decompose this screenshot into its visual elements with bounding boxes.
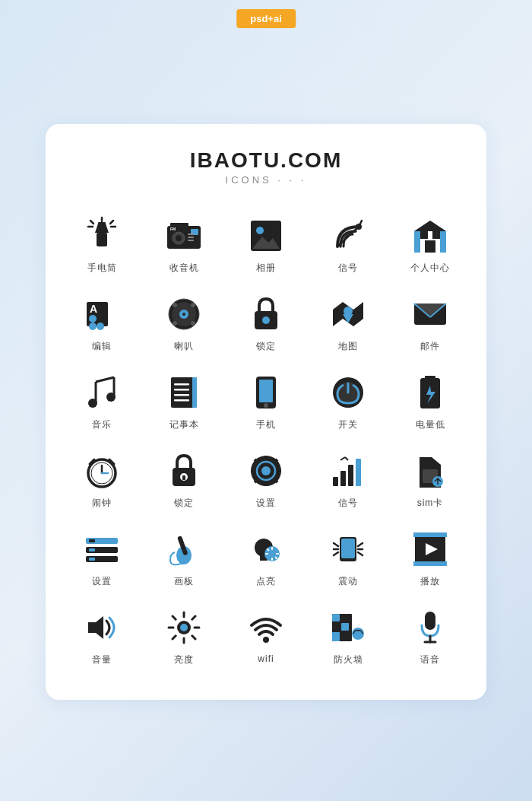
svg-point-39 [173,303,177,307]
wifi-label: wifi [258,653,274,664]
icon-item-signal-dish: 信号 [307,207,389,281]
svg-rect-0 [97,233,107,246]
radio-label: 收音机 [169,262,199,275]
svg-line-119 [334,543,338,546]
svg-rect-118 [341,539,355,558]
icon-grid: 手电筒FM收音机相册信号个人中心A编辑喇叭锁定地图邮件音乐记事本手机开关电量低闹… [61,207,471,672]
personal-center-icon [410,216,450,256]
svg-point-55 [88,399,97,408]
svg-point-42 [191,321,195,326]
radio-icon: FM [164,216,204,256]
lock2-label: 锁定 [174,497,194,510]
svg-line-122 [358,543,363,546]
alarm-icon [82,451,122,491]
card-subtitle: ICONS · · · [61,174,471,186]
svg-rect-14 [188,237,194,238]
svg-point-18 [256,227,264,234]
svg-rect-103 [89,548,95,551]
svg-point-65 [264,403,268,408]
svg-marker-29 [414,221,446,231]
notepad-label: 记事本 [169,418,199,431]
icon-item-firewall: 防火墙 [307,599,389,672]
settings-label: 设置 [256,497,276,510]
main-card: IBAOTU.COM ICONS · · · 手电筒FM收音机相册信号个人中心A… [46,124,486,700]
lightbulb-icon [246,529,286,569]
icon-item-music: 音乐 [61,364,143,437]
svg-line-136 [192,616,195,619]
brightness-icon [164,608,204,647]
svg-line-3 [90,221,93,224]
power-icon [328,373,368,412]
svg-rect-28 [432,231,440,239]
music-icon [82,373,122,412]
map-label: 地图 [338,340,358,353]
svg-rect-102 [89,539,95,542]
signal-bars-icon [328,451,368,491]
notepad-icon [164,373,204,412]
svg-text:A: A [90,303,97,315]
battery-low-icon [410,373,450,412]
svg-rect-127 [413,561,447,566]
battery-low-label: 电量低 [416,418,445,431]
svg-line-115 [268,549,268,550]
svg-point-33 [89,315,97,323]
icon-item-album: 相册 [225,207,307,281]
svg-rect-60 [174,389,189,391]
paint-label: 画板 [174,575,194,588]
lock1-label: 锁定 [256,340,276,353]
phone-icon [246,373,286,412]
album-icon [246,216,286,256]
svg-line-124 [358,552,363,555]
icon-item-radio: FM收音机 [143,207,225,281]
icon-item-lock2: 锁定 [143,442,225,516]
svg-marker-129 [88,616,103,639]
svg-point-12 [176,235,182,241]
personal-center-label: 个人中心 [410,262,450,275]
icon-item-power: 开关 [307,364,389,437]
signal-bars-label: 信号 [338,497,358,510]
svg-line-88 [274,479,277,482]
icon-item-simcard: sim卡 [389,442,471,516]
icon-item-notepad: 记事本 [143,364,225,437]
icon-item-lock1: 锁定 [225,285,307,359]
power-label: 开关 [338,418,358,431]
svg-line-135 [173,616,176,619]
svg-rect-2 [98,222,106,225]
album-label: 相册 [256,262,276,275]
svg-rect-93 [348,465,353,486]
svg-rect-149 [425,612,435,630]
voice-label: 语音 [420,653,440,666]
mail-label: 邮件 [420,340,440,353]
svg-point-40 [191,303,195,307]
svg-rect-26 [425,240,435,253]
svg-point-56 [106,393,116,402]
svg-rect-94 [356,459,361,486]
firewall-label: 防火墙 [334,653,363,666]
voice-icon [410,608,450,647]
svg-point-38 [182,313,185,316]
phone-label: 手机 [256,418,276,431]
svg-rect-104 [89,558,95,561]
svg-rect-15 [188,240,194,241]
icon-item-brightness: 亮度 [143,599,225,672]
icon-item-paint: 画板 [143,520,225,594]
icon-item-speaker: 喇叭 [143,285,225,359]
svg-line-116 [276,558,277,558]
signal-dish-icon [328,216,368,256]
icon-item-settings: 设置 [225,442,307,516]
wifi-icon [246,608,286,647]
svg-rect-142 [332,614,340,621]
settings-icon [246,451,286,491]
icon-item-battery-low: 电量低 [389,364,471,437]
lock2-icon [164,451,204,491]
flashlight-icon [82,216,122,256]
icon-item-lightbulb: 点亮 [225,520,307,594]
lock1-icon [246,294,286,334]
svg-rect-13 [188,234,194,235]
site-title: IBAOTU.COM [61,148,471,173]
svg-rect-92 [340,471,346,486]
edit-icon: A [82,294,122,334]
firewall-icon [328,608,368,647]
vibrate-icon [328,529,368,569]
svg-rect-61 [174,394,189,396]
